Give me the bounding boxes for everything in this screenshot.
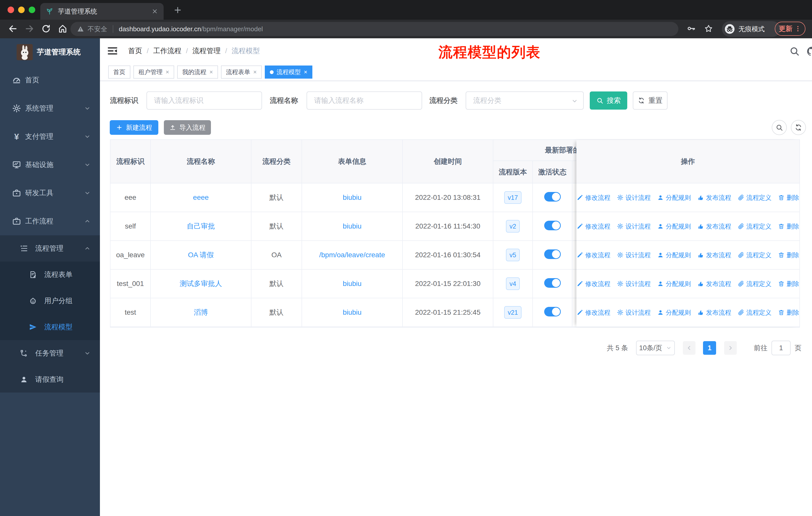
sidebar-item-流程管理[interactable]: 流程管理 — [0, 235, 100, 262]
action-分配规则[interactable]: 分配规则 — [657, 193, 691, 202]
active-toggle[interactable] — [544, 307, 561, 317]
next-page-button[interactable] — [724, 341, 737, 355]
action-删除[interactable]: 删除 — [778, 308, 799, 317]
action-设计流程[interactable]: 设计流程 — [617, 251, 651, 259]
active-toggle[interactable] — [544, 221, 561, 230]
action-删除[interactable]: 删除 — [778, 222, 799, 230]
action-发布流程[interactable]: 发布流程 — [697, 308, 731, 317]
sidebar-item-支付管理[interactable]: ¥支付管理 — [0, 123, 100, 151]
sidebar-item-系统管理[interactable]: 系统管理 — [0, 94, 100, 123]
process-id-input[interactable]: 请输入流程标识 — [146, 91, 262, 110]
tag-close-icon[interactable]: × — [304, 69, 307, 76]
address-bar[interactable]: 不安全 dashboard.yudao.iocoder.cn/bpm/manag… — [70, 22, 678, 36]
reload-icon[interactable] — [41, 24, 51, 33]
bookmark-star-icon[interactable] — [704, 24, 713, 33]
search-icon[interactable] — [789, 46, 800, 56]
create-process-button[interactable]: 新建流程 — [110, 120, 158, 135]
process-name-link[interactable]: OA 请假 — [188, 251, 214, 259]
sidebar-item-请假查询[interactable]: 请假查询 — [0, 366, 100, 392]
action-分配规则[interactable]: 分配规则 — [657, 280, 691, 288]
category-select[interactable]: 流程分类 — [466, 91, 584, 110]
action-流程定义[interactable]: 流程定义 — [738, 308, 772, 317]
action-修改流程[interactable]: 修改流程 — [577, 222, 610, 230]
home-icon[interactable] — [58, 24, 67, 33]
action-流程定义[interactable]: 流程定义 — [738, 251, 772, 259]
toggle-search-button[interactable] — [772, 120, 787, 135]
action-设计流程[interactable]: 设计流程 — [617, 193, 651, 202]
action-设计流程[interactable]: 设计流程 — [617, 280, 651, 288]
active-toggle[interactable] — [544, 249, 561, 259]
action-发布流程[interactable]: 发布流程 — [697, 222, 731, 230]
action-流程定义[interactable]: 流程定义 — [738, 280, 772, 288]
tab-tag-我的流程[interactable]: 我的流程× — [177, 65, 218, 79]
browser-tab[interactable]: 芋道管理系统 — [40, 3, 164, 20]
action-分配规则[interactable]: 分配规则 — [657, 251, 691, 259]
action-发布流程[interactable]: 发布流程 — [697, 251, 731, 259]
active-toggle[interactable] — [544, 278, 561, 288]
sidebar-item-研发工具[interactable]: 研发工具 — [0, 179, 100, 207]
form-info-link[interactable]: biubiu — [343, 308, 362, 316]
github-icon[interactable] — [806, 46, 812, 57]
browser-menu-dots-icon[interactable] — [794, 25, 802, 32]
form-info-link[interactable]: /bpm/oa/leave/create — [319, 251, 385, 259]
new-tab-button[interactable] — [173, 5, 182, 15]
action-分配规则[interactable]: 分配规则 — [657, 308, 691, 317]
back-icon[interactable] — [8, 24, 18, 33]
key-icon[interactable] — [687, 24, 696, 33]
action-流程定义[interactable]: 流程定义 — [738, 222, 772, 230]
action-修改流程[interactable]: 修改流程 — [577, 251, 610, 259]
tab-close-icon[interactable] — [151, 8, 158, 15]
tag-close-icon[interactable]: × — [253, 69, 257, 76]
refresh-table-button[interactable] — [791, 120, 806, 135]
sidebar-toggle-icon[interactable] — [107, 45, 118, 56]
action-删除[interactable]: 删除 — [778, 251, 799, 259]
action-分配规则[interactable]: 分配规则 — [657, 222, 691, 230]
active-toggle[interactable] — [544, 192, 561, 201]
action-设计流程[interactable]: 设计流程 — [617, 222, 651, 230]
action-修改流程[interactable]: 修改流程 — [577, 193, 610, 202]
process-name-input[interactable]: 请输入流程名称 — [307, 91, 422, 110]
search-button[interactable]: 搜索 — [590, 91, 627, 110]
forward-icon[interactable] — [25, 24, 34, 33]
window-zoom-button[interactable] — [29, 6, 35, 13]
breadcrumb-item[interactable]: 工作流程 — [153, 46, 181, 56]
action-发布流程[interactable]: 发布流程 — [697, 193, 731, 202]
sidebar-item-工作流程[interactable]: 工作流程 — [0, 207, 100, 235]
sidebar-item-用户分组[interactable]: 用户分组 — [0, 288, 100, 314]
sidebar-item-流程模型[interactable]: 流程模型 — [0, 314, 100, 340]
import-process-button[interactable]: 导入流程 — [164, 120, 211, 135]
form-info-link[interactable]: biubiu — [343, 280, 362, 288]
tab-tag-流程模型[interactable]: 流程模型× — [265, 65, 312, 79]
sidebar-item-流程表单[interactable]: 流程表单 — [0, 262, 100, 288]
prev-page-button[interactable] — [683, 341, 695, 355]
breadcrumb-item[interactable]: 首页 — [128, 46, 142, 56]
process-name-link[interactable]: 测试多审批人 — [180, 280, 222, 288]
reset-button[interactable]: 重置 — [633, 91, 668, 110]
window-close-button[interactable] — [7, 6, 14, 13]
process-name-link[interactable]: 滔博 — [194, 308, 208, 316]
action-发布流程[interactable]: 发布流程 — [697, 280, 731, 288]
window-minimize-button[interactable] — [18, 6, 25, 13]
tag-close-icon[interactable]: × — [166, 69, 169, 76]
browser-update-button[interactable]: 更新 — [775, 22, 806, 36]
action-删除[interactable]: 删除 — [778, 280, 799, 288]
tab-tag-首页[interactable]: 首页 — [108, 65, 130, 79]
form-info-link[interactable]: biubiu — [343, 222, 362, 230]
page-size-select[interactable]: 10条/页 — [636, 341, 675, 355]
action-修改流程[interactable]: 修改流程 — [577, 308, 610, 317]
current-page-button[interactable]: 1 — [703, 341, 716, 355]
action-删除[interactable]: 删除 — [778, 193, 799, 202]
goto-page-input[interactable]: 1 — [772, 341, 791, 355]
sidebar-item-任务管理[interactable]: 任务管理 — [0, 340, 100, 366]
action-设计流程[interactable]: 设计流程 — [617, 308, 651, 317]
tab-tag-租户管理[interactable]: 租户管理× — [134, 65, 174, 79]
form-info-link[interactable]: biubiu — [343, 193, 362, 201]
action-修改流程[interactable]: 修改流程 — [577, 280, 610, 288]
sidebar-item-基础设施[interactable]: 基础设施 — [0, 151, 100, 179]
sidebar-logo[interactable]: 芋道管理系统 — [0, 38, 100, 66]
sidebar-item-首页[interactable]: 首页 — [0, 66, 100, 94]
breadcrumb-item[interactable]: 流程管理 — [193, 46, 221, 56]
tag-close-icon[interactable]: × — [209, 69, 213, 76]
process-name-link[interactable]: eeee — [193, 193, 209, 201]
tab-tag-流程表单[interactable]: 流程表单× — [221, 65, 262, 79]
